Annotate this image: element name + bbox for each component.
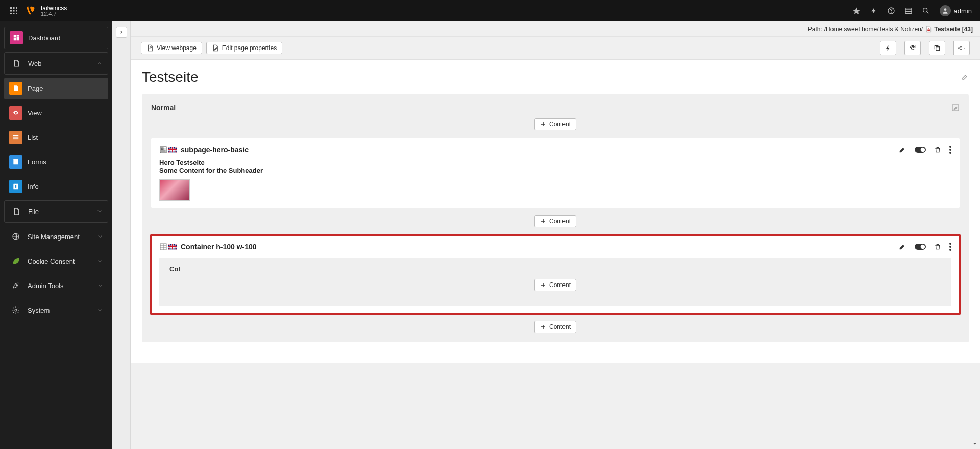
cache-flash-button[interactable] [880,41,896,55]
svg-rect-21 [13,135,19,136]
svg-point-34 [961,49,962,50]
view-webpage-button[interactable]: View webpage [141,42,202,54]
toggle-visibility-button[interactable] [915,146,926,153]
container-column-title: Col [167,265,943,273]
sidebar-item-page[interactable]: Page [4,78,108,99]
sidebar-item-label: Info [28,183,39,191]
svg-rect-5 [16,10,17,12]
add-content-button[interactable]: Content [534,279,576,291]
svg-point-29 [15,309,17,311]
sidebar-item-site-management[interactable]: Site Management [4,226,108,247]
path-value: /Home sweet home/Tests & Notizen/ [824,26,923,33]
flag-uk-icon [168,147,177,153]
column-title: Normal [151,104,176,112]
edit-button[interactable] [898,146,906,154]
button-label: Content [549,218,571,225]
button-label: Content [549,121,571,128]
ce-title: Container h-100 w-100 [181,243,257,251]
flag-uk-icon [168,244,177,250]
sidebar-item-list[interactable]: List [4,127,108,148]
content-element-highlighted[interactable]: Container h-100 w-100 Col [151,235,960,314]
svg-point-32 [958,48,959,49]
plus-icon [540,324,546,330]
svg-point-57 [949,249,951,251]
sidebar-item-forms[interactable]: Forms [4,151,108,173]
button-label: Edit page properties [222,44,277,52]
delete-button[interactable] [934,243,941,251]
edit-page-properties-button[interactable]: Edit page properties [206,42,282,54]
sidebar-item-system[interactable]: System [4,299,108,321]
sidebar-item-info[interactable]: Info [4,176,108,197]
svg-point-28 [16,285,17,286]
help-icon[interactable] [883,0,900,21]
search-icon[interactable] [917,0,935,21]
svg-rect-30 [927,29,930,31]
sidebar-item-admin-tools[interactable]: Admin Tools [4,275,108,296]
collapse-tree-button[interactable] [116,27,127,38]
chevron-up-icon [96,60,103,66]
add-content-button[interactable]: Content [534,321,576,333]
sidebar-item-label: Cookie Consent [28,257,75,265]
typo3-logo-icon [26,5,37,16]
button-label: Content [549,323,571,330]
svg-point-46 [949,149,951,151]
edit-button[interactable] [898,243,906,251]
edit-title-button[interactable] [961,73,969,81]
flash-icon[interactable] [865,0,883,21]
more-actions-button[interactable] [949,243,951,251]
user-menu[interactable]: admin [937,5,975,16]
page-icon [10,57,23,70]
sidebar-item-label: Admin Tools [28,282,64,290]
app-switcher-icon[interactable] [5,0,22,21]
scroll-down-indicator [972,441,978,447]
sidebar-item-view[interactable]: View [4,102,108,124]
brand[interactable]: tailwincss 12.4.7 [26,5,67,17]
svg-rect-6 [10,13,12,14]
sidebar-item-dashboard[interactable]: Dashboard [4,27,108,49]
svg-rect-20 [14,38,16,41]
chevron-down-icon [97,307,103,313]
refresh-button[interactable] [904,41,921,55]
rocket-icon [9,279,22,292]
sidebar-item-label: Web [28,60,42,67]
svg-point-45 [949,146,951,148]
dashboard-icon [10,31,23,44]
bookmark-icon[interactable] [848,0,865,21]
sidebar-item-label: System [28,306,50,314]
add-content-button[interactable]: Content [534,118,576,130]
svg-rect-1 [13,7,15,9]
toggle-visibility-button[interactable] [915,243,926,250]
path-label: Path: [808,26,822,33]
list-module-icon [9,131,22,144]
sidebar-item-label: Dashboard [28,34,61,42]
add-content-button[interactable]: Content [534,215,576,227]
sidebar-item-cookie-consent[interactable]: Cookie Consent [4,250,108,272]
delete-button[interactable] [934,146,941,154]
edit-page-icon [212,44,219,52]
page-title: Testseite [142,69,199,85]
chevron-down-icon [97,233,103,240]
version: 12.4.7 [41,11,67,17]
sidebar-item-file[interactable]: File [4,200,108,223]
svg-rect-7 [13,13,15,14]
user-name: admin [954,7,972,15]
page-module-icon [9,82,22,95]
list-icon[interactable] [900,0,917,21]
leaf-icon [9,254,22,268]
svg-rect-11 [905,8,912,14]
content-element[interactable]: subpage-hero-basic Hero Testseite Some C… [151,138,960,208]
forms-icon [9,155,22,169]
svg-line-15 [926,12,928,14]
column-edit-icon[interactable] [951,104,960,112]
sidebar-item-label: Page [28,85,43,92]
avatar-icon [940,5,951,16]
svg-rect-31 [936,47,940,51]
copy-button[interactable] [929,41,945,55]
more-actions-button[interactable] [949,146,951,154]
svg-point-55 [949,243,951,245]
sidebar-item-web[interactable]: Web [4,52,108,75]
svg-rect-0 [10,7,12,9]
svg-rect-37 [161,148,163,150]
globe-icon [9,230,22,243]
share-button[interactable] [953,41,970,55]
